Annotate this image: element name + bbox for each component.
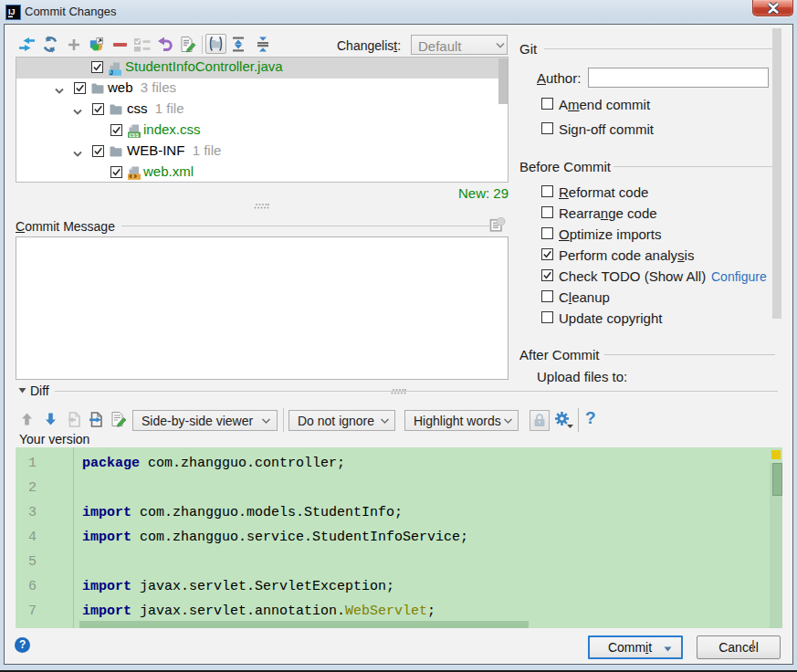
svg-text:css: css	[129, 131, 139, 138]
svg-text:IJ: IJ	[8, 7, 16, 16]
svg-text:J: J	[110, 69, 113, 76]
